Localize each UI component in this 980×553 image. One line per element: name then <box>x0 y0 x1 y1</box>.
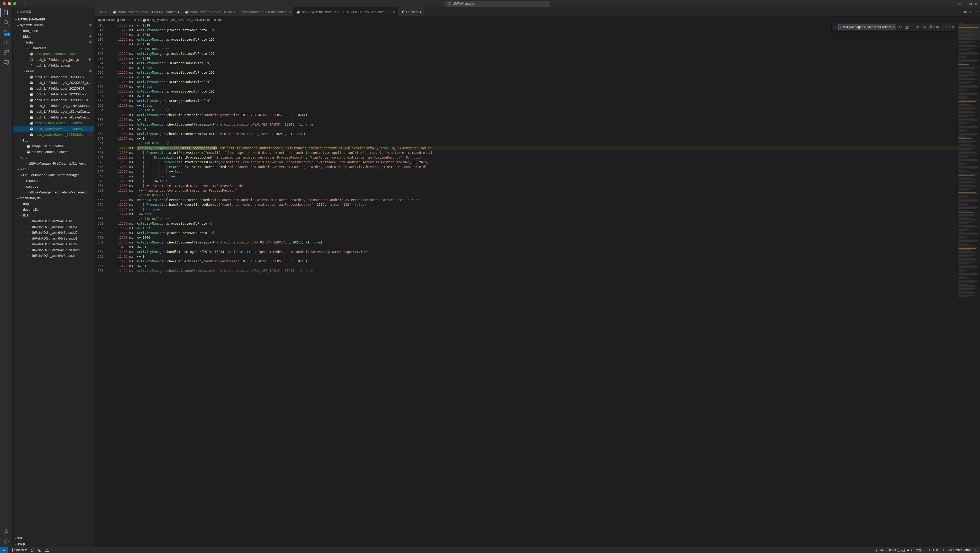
tree-folder[interactable]: ⌄stackAnalysis <box>13 195 94 201</box>
toggle-panel-icon[interactable]: ▭ <box>958 2 961 5</box>
remote-indicator[interactable] <box>0 547 8 553</box>
timeline-section[interactable]: › 时间线 <box>13 541 94 547</box>
close-window-button[interactable] <box>3 2 6 5</box>
breadcrumb-item[interactable]: ☕ hook_systemServer_20230829_AMS3ClassFu… <box>142 18 225 22</box>
tree-file[interactable]: JShook_LiftFileManager_java.jsM <box>13 57 94 62</box>
encoding-status[interactable]: UTF-8 <box>929 548 938 552</box>
tree-file[interactable]: ☕hook_LiftFileManager_allJavaClassStrLis… <box>13 108 94 114</box>
split-editor-icon[interactable]: ◫ <box>969 10 972 14</box>
tree-folder[interactable]: ⌄frida <box>13 33 94 39</box>
breadcrumb-item[interactable]: result <box>131 18 139 22</box>
source-control-icon[interactable]: 1K+ <box>3 29 10 36</box>
toggle-secondary-sidebar-icon[interactable]: ◫ <box>964 2 966 5</box>
sync-status[interactable] <box>31 548 34 552</box>
tree-file[interactable]: ▫LiftFileManager_jadx_AlarmManager.zip <box>13 189 94 195</box>
editor-tab[interactable]: ⚡Untitled ● <box>398 7 424 16</box>
tree-folder[interactable]: ›adb_shell <box>13 28 94 33</box>
tree-file[interactable]: JShook_LiftFileManager.js <box>13 62 94 68</box>
tree-folder[interactable]: ⌄LiftFileManager_jadx_AlarmManager <box>13 172 94 178</box>
tree-file[interactable]: ☕hook_LiftFileManager_allJavaClassStrLis… <box>13 114 94 120</box>
editor-tab[interactable]: ☕hook_systemServer_20230829.coffee ● <box>110 7 182 16</box>
find-next-icon[interactable]: ↓ <box>945 25 947 29</box>
tree-folder[interactable]: ⌄IDA <box>13 212 94 218</box>
tree-file[interactable]: ▫libRehADGd_arm64v8a.so.id1 <box>13 235 94 241</box>
account-icon[interactable] <box>3 528 10 535</box>
compare-icon[interactable]: ⇄ <box>964 10 967 14</box>
tree-file[interactable]: ▫libRehADGd_arm64v8a.so.nam <box>13 247 94 253</box>
tree-file[interactable]: ☕hook_LiftFileManager_20230807_2.coffee <box>13 74 94 79</box>
tree-folder[interactable]: ⌄frida <box>13 39 94 45</box>
breadcrumb-item[interactable]: dynamicDebug <box>98 18 119 22</box>
tree-folder[interactable]: ⌄input <box>13 155 94 160</box>
tree-file[interactable]: ▫libRehADGd_arm64v8a.so.id2 <box>13 241 94 247</box>
extensions-icon[interactable] <box>3 49 10 56</box>
tree-item-label: LiftFileManager-FileClean_1.3.1_Apkpure.… <box>28 161 92 165</box>
minimize-window-button[interactable] <box>8 2 11 5</box>
match-whole-word-icon[interactable]: ab <box>904 25 909 29</box>
editor-tab[interactable]: ☕hook_systemServer_20230829_ActivityMana… <box>182 7 294 16</box>
tree-file[interactable]: ☕process_attach_p.coffee <box>13 149 94 155</box>
search-activity-icon[interactable] <box>3 19 10 26</box>
find-close-icon[interactable]: ✕ <box>952 25 955 29</box>
tree-file[interactable]: ▫libRehADGd_arm64v8a.so.i64 <box>13 224 94 230</box>
tree-folder[interactable]: ⌄lldb <box>13 137 94 143</box>
language-mode[interactable]: CoffeeScript <box>949 548 970 552</box>
branch-status[interactable]: master* <box>11 548 27 552</box>
tree-file[interactable]: ☕hook_LiftFileManager_20230808_keepAlive… <box>13 97 94 103</box>
svg-point-4 <box>4 21 7 24</box>
tree-file[interactable]: ☕hook_LiftFileManager_20230807.coffee <box>13 91 94 97</box>
tree-file[interactable]: ☕hook_systemServer_20230829_AMS3ClassFun… <box>13 126 94 132</box>
editor-tab[interactable]: ...ee U <box>94 7 110 16</box>
tree-file[interactable]: ☕hook_LiftFileManager_20230807_killProce… <box>13 79 94 86</box>
customize-layout-icon[interactable]: ▦ <box>975 2 977 5</box>
find-toggle-replace-icon[interactable]: › <box>834 25 837 29</box>
nav-forward-icon[interactable]: → <box>29 2 32 5</box>
run-debug-icon[interactable] <box>3 39 10 46</box>
tree-file[interactable]: ▫libRehADGd_arm64v8a.so.til <box>13 253 94 258</box>
outline-section[interactable]: › 大纲 <box>13 535 94 541</box>
eol-status[interactable]: LF <box>942 548 945 552</box>
tree-file[interactable]: ☕image_list_o_f.coffee <box>13 143 94 149</box>
indentation-status[interactable]: 空格: 2 <box>915 548 925 553</box>
problems-status[interactable]: 0 0 <box>38 548 51 552</box>
tree-folder[interactable]: ›aapt <box>13 201 94 207</box>
find-input[interactable] <box>838 24 896 30</box>
use-regex-icon[interactable]: .* <box>910 25 913 29</box>
tree-folder[interactable]: ›decompile <box>13 207 94 212</box>
tree-folder[interactable]: ›__handlers__ <box>13 45 94 51</box>
explorer-icon[interactable] <box>3 10 10 16</box>
editor-tab[interactable]: ☕hook_systemServer_20230829_AMS3ClassFun… <box>294 7 398 16</box>
tree-file[interactable]: ▫libRehADGd_arm64v8a.so.id0 <box>13 230 94 235</box>
minimap[interactable] <box>958 23 980 547</box>
tree-file[interactable]: ☕hook_systemServer_20230829_ActivityMana… <box>13 120 94 126</box>
tree-folder[interactable]: ⌄result <box>13 68 94 74</box>
code-editor[interactable]: 11226 ms <= 101811226 ms ActivityManager… <box>108 23 958 547</box>
tree-file[interactable]: ☕hook_LiftFileManager_20230807_moreCreat… <box>13 86 94 91</box>
breadcrumb-item[interactable]: frida <box>122 18 128 22</box>
tree-file[interactable]: ☕hook_systemServer_20230829.coffeeU <box>13 132 94 137</box>
tree-file[interactable]: ☕hook_LiftFileManager_ActivityManager_me… <box>13 103 94 108</box>
tree-folder[interactable]: ›resources <box>13 178 94 183</box>
more-actions-icon[interactable]: ⋯ <box>975 10 978 14</box>
tree-folder[interactable]: ›sources <box>13 183 94 189</box>
find-in-selection-icon[interactable]: ≡ <box>948 25 950 29</box>
tree-folder[interactable]: ⌄output <box>13 166 94 172</box>
tree-file[interactable]: ▫LiftFileManager-FileClean_1.3.1_Apkpure… <box>13 160 94 166</box>
close-tab-icon[interactable]: ✕ <box>392 10 395 14</box>
cursor-position[interactable]: 行 642，列 53 (已选择41) <box>876 548 912 553</box>
tree-folder[interactable]: ⌄dynamicDebug <box>13 22 94 28</box>
command-center-search[interactable]: LiftFileManager <box>445 1 550 6</box>
maximize-window-button[interactable] <box>13 2 16 5</box>
toggle-primary-sidebar-icon[interactable]: ◨ <box>969 2 972 5</box>
tree-file[interactable]: ☕frida_trace_commands.coffeeU <box>13 51 94 57</box>
find-prev-icon[interactable]: ↑ <box>942 25 944 29</box>
project-section[interactable]: ⌄ LIFTFILEMANAGER <box>13 16 94 22</box>
settings-gear-icon[interactable] <box>3 538 10 545</box>
nav-back-icon[interactable]: ← <box>24 2 27 5</box>
remote-explorer-icon[interactable] <box>3 59 10 65</box>
breadcrumb[interactable]: dynamicDebug›frida›result›☕ hook_systemS… <box>94 16 980 23</box>
notifications-icon[interactable] <box>974 548 978 552</box>
tree-file[interactable]: ▫libRehADGd_arm64v8a.so <box>13 218 94 224</box>
sidebar-more-icon[interactable]: ... <box>87 11 89 14</box>
match-case-icon[interactable]: Aa <box>898 25 903 29</box>
